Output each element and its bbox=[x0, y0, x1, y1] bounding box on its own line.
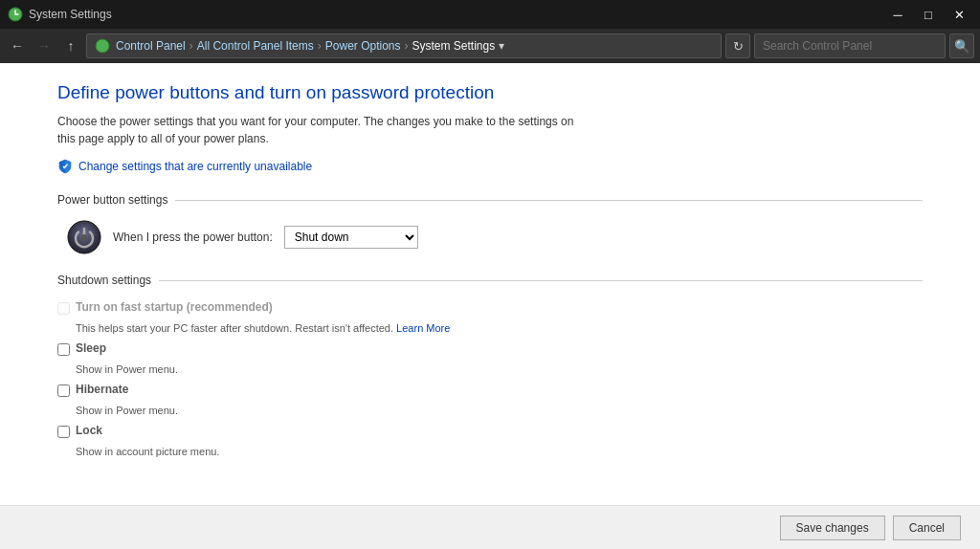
hibernate-label: Hibernate bbox=[76, 383, 128, 396]
page-description: Choose the power settings that you want … bbox=[57, 113, 574, 147]
addressbar: ← → ↑ Control Panel › All Control Panel … bbox=[0, 29, 980, 63]
checkbox-sleep-row: Sleep Show in Power menu. bbox=[57, 341, 923, 375]
power-action-dropdown[interactable]: Do nothing Sleep Hibernate Shut down Tur… bbox=[284, 226, 418, 249]
svg-point-1 bbox=[96, 39, 109, 53]
svg-point-4 bbox=[81, 234, 87, 240]
save-changes-button[interactable]: Save changes bbox=[780, 516, 885, 540]
sleep-sub: Show in Power menu. bbox=[57, 363, 923, 375]
learn-more-link[interactable]: Learn More bbox=[396, 322, 450, 334]
lock-sub: Show in account picture menu. bbox=[57, 446, 923, 457]
crumb-control-panel[interactable]: Control Panel bbox=[116, 39, 186, 53]
sleep-checkbox[interactable] bbox=[57, 343, 70, 356]
titlebar: System Settings ─ □ ✕ bbox=[0, 0, 980, 29]
hibernate-checkbox[interactable] bbox=[57, 384, 70, 397]
fast-startup-checkbox[interactable] bbox=[57, 302, 70, 315]
up-button[interactable]: ↑ bbox=[59, 34, 82, 57]
cancel-button[interactable]: Cancel bbox=[893, 516, 961, 540]
crumb-current: System Settings bbox=[412, 39, 495, 53]
close-button[interactable]: ✕ bbox=[946, 5, 972, 24]
minimize-button[interactable]: ─ bbox=[884, 5, 911, 24]
window-title: System Settings bbox=[29, 8, 884, 21]
address-box[interactable]: Control Panel › All Control Panel Items … bbox=[86, 33, 722, 58]
svg-text:✔: ✔ bbox=[62, 163, 69, 171]
search-button[interactable]: 🔍 bbox=[949, 33, 974, 58]
power-button-icon bbox=[67, 220, 101, 254]
power-button-row: When I press the power button: Do nothin… bbox=[57, 220, 923, 254]
window-controls: ─ □ ✕ bbox=[884, 5, 972, 24]
content-area: Define power buttons and turn on passwor… bbox=[0, 63, 980, 505]
shutdown-section-label: Shutdown settings bbox=[57, 274, 923, 287]
change-link-row: ✔ Change settings that are currently una… bbox=[57, 159, 923, 174]
checkbox-fast-startup-row: Turn on fast startup (recommended) This … bbox=[57, 300, 923, 334]
power-button-label: When I press the power button: bbox=[113, 231, 273, 244]
forward-button[interactable]: → bbox=[33, 34, 56, 57]
footer: Save changes Cancel bbox=[0, 505, 980, 549]
maximize-button[interactable]: □ bbox=[915, 5, 942, 24]
checkbox-hibernate-row: Hibernate Show in Power menu. bbox=[57, 383, 923, 416]
fast-startup-label: Turn on fast startup (recommended) bbox=[76, 300, 273, 314]
checkbox-lock-row: Lock Show in account picture menu. bbox=[57, 424, 923, 457]
app-icon bbox=[8, 7, 23, 22]
main-window: Define power buttons and turn on passwor… bbox=[0, 63, 980, 549]
lock-label: Lock bbox=[76, 424, 102, 437]
crumb-all-items[interactable]: All Control Panel Items bbox=[197, 39, 314, 53]
address-dropdown-button[interactable]: ▾ bbox=[499, 39, 504, 53]
page-title: Define power buttons and turn on passwor… bbox=[57, 82, 923, 103]
back-button[interactable]: ← bbox=[6, 34, 29, 57]
crumb-power-options[interactable]: Power Options bbox=[325, 39, 401, 53]
refresh-button[interactable]: ↻ bbox=[725, 33, 750, 58]
hibernate-sub: Show in Power menu. bbox=[57, 405, 923, 416]
shield-icon: ✔ bbox=[57, 159, 73, 174]
lock-checkbox[interactable] bbox=[57, 426, 70, 438]
change-settings-link[interactable]: Change settings that are currently unava… bbox=[78, 160, 312, 173]
fast-startup-sub: This helps start your PC faster after sh… bbox=[57, 322, 923, 334]
power-button-section-label: Power button settings bbox=[57, 193, 923, 207]
search-input[interactable] bbox=[754, 33, 946, 58]
sleep-label: Sleep bbox=[76, 341, 106, 355]
